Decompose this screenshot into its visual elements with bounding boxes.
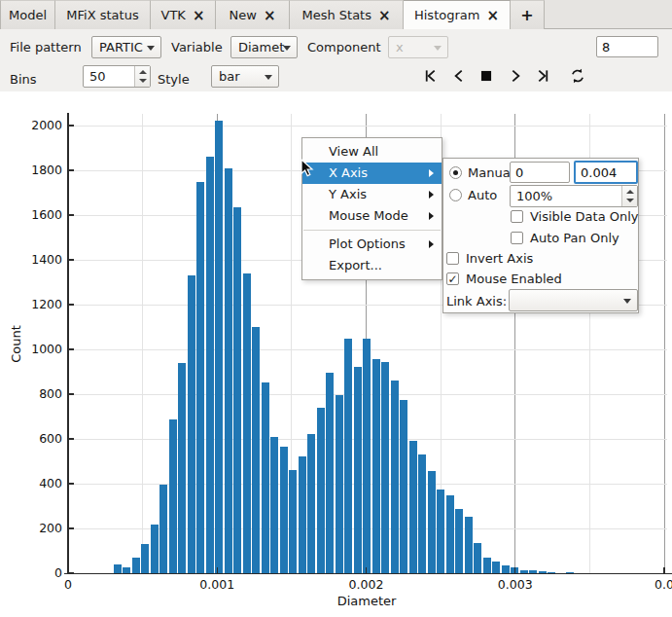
x-tick-label: 0.002 [337,577,396,592]
x-axis-submenu-panel: Manual Auto 100% Visible Data Only Auto … [442,158,639,313]
manual-min-input[interactable] [510,162,570,183]
histogram-bar [280,447,288,573]
menu-item-y-axis[interactable]: Y Axis [302,184,442,205]
histogram-bar [215,121,223,573]
histogram-bar [132,558,140,573]
style-combo[interactable]: bar [211,65,279,88]
bins-spinbox[interactable]: 50 [83,65,151,88]
spinner-buttons[interactable] [621,186,637,206]
tab-bar: Model MFiX status VTK× New× Mesh Stats× … [0,0,672,29]
invert-axis-checkbox[interactable] [446,252,459,265]
file-pattern-label: File pattern [10,37,82,58]
y-tick [68,259,74,260]
histogram-bar [169,419,177,573]
mouse-cursor [301,159,314,178]
spin-up-icon[interactable] [626,190,634,194]
tab-new[interactable]: New× [216,0,290,29]
variable-label: Variable [171,37,223,58]
bins-label: Bins [10,69,37,91]
histogram-bar [474,543,481,573]
chevron-down-icon [147,46,155,51]
close-icon[interactable]: × [193,10,205,21]
component-value: x [396,40,404,54]
variable-value: Diamet [238,40,284,54]
menu-item-label: Plot Options [329,236,406,251]
chevron-down-icon [283,46,291,51]
step-forward-button[interactable] [507,67,524,85]
plus-icon: + [520,6,533,24]
auto-percent-spinbox[interactable]: 100% [510,185,638,207]
tab-model[interactable]: Model [0,0,55,29]
stop-button[interactable] [477,67,495,85]
y-tick-label: 2000 [21,118,62,132]
spin-up-icon[interactable] [139,70,147,74]
y-axis-title: Count [9,315,23,374]
plot-context-menu: View All X Axis Y Axis Mouse Mode Plot O… [301,137,442,280]
histogram-bar [289,470,297,573]
mouse-enabled-checkbox[interactable]: ✓ [446,272,459,285]
variable-combo[interactable]: Diamet [230,36,298,58]
y-tick-label: 200 [21,521,62,535]
histogram-bar [372,359,380,573]
histogram-bar [151,525,159,573]
frame-index-input[interactable] [596,36,658,57]
skip-start-icon [422,67,440,85]
histogram-bar [354,367,362,573]
histogram-bar [326,373,334,573]
spin-down-icon[interactable] [626,199,634,202]
menu-item-export[interactable]: Export... [302,255,442,276]
style-value: bar [219,69,240,84]
manual-radio[interactable] [449,166,462,179]
tab-mesh-stats[interactable]: Mesh Stats× [290,0,404,29]
histogram-bar [492,562,500,573]
chevron-down-icon [623,299,631,304]
menu-item-plot-options[interactable]: Plot Options [302,234,442,255]
component-combo: x [388,36,448,58]
step-back-button[interactable] [450,67,468,85]
spinner-buttons[interactable] [134,66,150,87]
menu-item-x-axis[interactable]: X Axis [302,163,442,184]
stop-icon [477,67,495,85]
histogram-bar [418,454,426,573]
manual-label: Manual [468,164,513,182]
skip-to-start-button[interactable] [422,67,440,85]
new-tab-button[interactable]: + [511,0,545,29]
file-pattern-combo[interactable]: PARTIC [91,36,161,58]
y-tick [68,438,74,439]
y-tick [68,169,74,170]
close-icon[interactable]: × [264,10,276,21]
refresh-icon [569,67,586,85]
tab-mfix-status[interactable]: MFiX status [55,0,151,29]
close-icon[interactable]: × [378,10,391,21]
y-tick [68,304,74,305]
histogram-bar [455,509,463,573]
histogram-bar [465,517,473,573]
skip-to-end-button[interactable] [534,67,551,85]
spin-down-icon[interactable] [139,79,147,83]
refresh-button[interactable] [569,67,586,85]
tab-histogram[interactable]: Histogram× [404,0,511,30]
menu-item-mouse-mode[interactable]: Mouse Mode [302,205,442,227]
auto-radio[interactable] [449,189,462,201]
tab-vtk[interactable]: VTK× [151,0,216,29]
manual-max-input[interactable] [574,161,638,184]
auto-percent-value: 100% [516,189,552,203]
menu-item-label: Y Axis [329,187,367,201]
histogram-bar [188,275,195,573]
bins-value: 50 [89,69,106,84]
y-tick-label: 1400 [21,252,62,267]
tab-label: MFiX status [66,8,138,22]
histogram-bar [483,558,491,573]
link-axis-combo[interactable] [509,289,638,311]
y-axis-spine [67,113,69,574]
histogram-bar [196,182,204,573]
histogram-bar [437,490,444,573]
x-tick-label: 0 [39,577,97,592]
step-forward-icon [507,67,524,85]
visible-data-only-checkbox[interactable] [511,210,523,223]
histogram-bar [446,495,454,573]
menu-item-view-all[interactable]: View All [302,141,442,163]
submenu-arrow-icon [429,169,434,177]
auto-pan-only-checkbox[interactable] [511,232,523,244]
close-icon[interactable]: × [486,10,499,21]
